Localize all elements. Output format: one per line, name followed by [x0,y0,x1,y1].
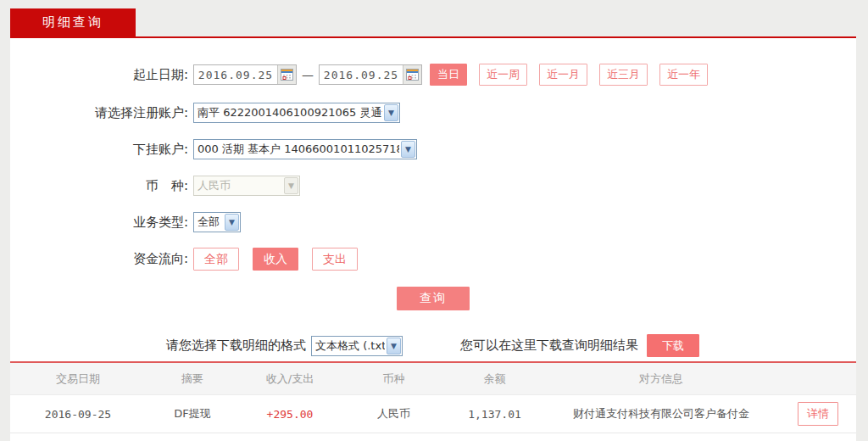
calendar-icon [406,69,419,81]
fund-flow-all-button[interactable]: 全部 [193,248,239,271]
register-account-select[interactable]: 南平 6222001406100921065 灵通卡 ▼ [193,103,400,123]
quick-range-month-button[interactable]: 近一月 [539,64,587,86]
date-range-row: 起止日期: 2016.09.25 — 2016.09.25 [10,64,856,86]
calendar-icon [281,69,293,81]
chevron-down-icon: ▼ [387,338,401,354]
cell-amount: +295.00 [239,408,341,421]
header-counterparty: 对方信息 [542,371,780,387]
sub-account-label: 下挂账户: [10,142,188,158]
download-format-value: 文本格式 (.txt) [312,338,385,354]
quick-range-quarter-button[interactable]: 近三月 [599,64,648,86]
query-button[interactable]: 查询 [397,287,470,310]
header-date: 交易日期 [10,371,146,387]
download-row: 请您选择下载明细的格式 文本格式 (.txt) ▼ 您可以在这里下载查询明细结果… [10,334,856,357]
currency-select: 人民币 ▼ [193,176,300,196]
calendar-icon[interactable] [403,65,421,84]
tab-detail-query[interactable]: 明细查询 [10,8,136,36]
end-date-input[interactable]: 2016.09.25 [319,64,422,85]
header-currency: 币种 [341,371,447,387]
register-account-value: 南平 6222001406100921065 灵通卡 [194,105,382,120]
date-separator: — [302,68,314,81]
business-type-select[interactable]: 全部 ▼ [193,212,241,232]
header-amount: 收入/支出 [239,371,341,387]
quick-range-today-button[interactable]: 当日 [430,64,467,86]
download-hint: 您可以在这里下载查询明细结果 [460,338,638,354]
table-row: 2016-09-25 DF提现 +295.00 人民币 1,137.01 财付通… [10,395,856,433]
business-type-row: 业务类型: 全部 ▼ [10,212,856,232]
main-panel: 起止日期: 2016.09.25 — 2016.09.25 [10,38,856,441]
download-format-select[interactable]: 文本格式 (.txt) ▼ [311,336,403,356]
business-type-label: 业务类型: [10,215,188,231]
cell-counterparty: 财付通支付科技有限公司客户备付金 [542,406,780,421]
currency-value: 人民币 [194,178,282,193]
cell-currency: 人民币 [341,406,447,421]
fund-flow-label: 资金流向: [10,251,188,267]
sub-account-row: 下挂账户: 000 活期 基本户 1406600101102571848 ▼ [10,139,856,159]
cell-summary: DF提现 [146,406,239,421]
currency-label: 币 种: [10,178,188,194]
download-button[interactable]: 下载 [647,334,699,357]
chevron-down-icon: ▼ [401,141,415,158]
date-range-label: 起止日期: [10,67,188,83]
cell-action: 详情 [780,402,856,426]
cell-balance: 1,137.01 [447,408,542,421]
register-account-row: 请选择注册账户: 南平 6222001406100921065 灵通卡 ▼ [10,103,856,123]
sub-account-select[interactable]: 000 活期 基本户 1406600101102571848 ▼ [193,139,417,159]
calendar-icon[interactable] [277,65,296,84]
start-date-input[interactable]: 2016.09.25 [193,64,297,85]
sub-account-value: 000 活期 基本户 1406600101102571848 [194,142,399,157]
quick-range-week-button[interactable]: 近一周 [479,64,527,86]
detail-button[interactable]: 详情 [798,402,838,426]
header-balance: 余额 [447,371,542,387]
chevron-down-icon: ▼ [284,177,298,194]
fund-flow-income-button[interactable]: 收入 [253,248,298,271]
table-header-row: 交易日期 摘要 收入/支出 币种 余额 对方信息 [10,363,856,395]
chevron-down-icon: ▼ [384,104,398,121]
fund-flow-row: 资金流向: 全部 收入 支出 [10,248,856,271]
query-row: 查询 [10,287,856,310]
download-format-label: 请您选择下载明细的格式 [166,338,306,354]
chevron-down-icon: ▼ [225,214,239,231]
results-table: 交易日期 摘要 收入/支出 币种 余额 对方信息 2016-09-25 DF提现… [10,361,856,433]
start-date-value: 2016.09.25 [194,69,277,81]
fund-flow-expense-button[interactable]: 支出 [312,248,358,271]
cell-date: 2016-09-25 [10,408,146,421]
header-summary: 摘要 [146,371,239,387]
quick-range-year-button[interactable]: 近一年 [659,64,708,86]
currency-row: 币 种: 人民币 ▼ [10,176,856,196]
business-type-value: 全部 [194,215,223,230]
end-date-value: 2016.09.25 [320,69,403,81]
register-account-label: 请选择注册账户: [10,105,188,121]
